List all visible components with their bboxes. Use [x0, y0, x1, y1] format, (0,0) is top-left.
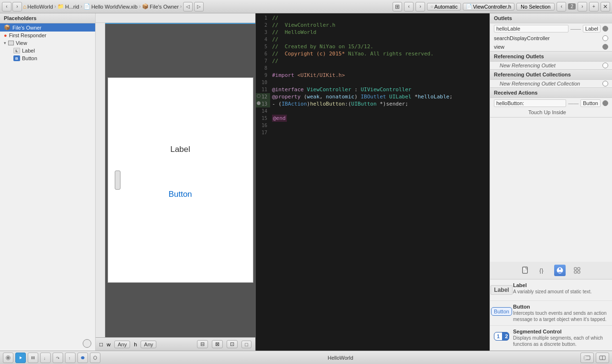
lib-item-segmented[interactable]: 1 2 Segmented Control Displays multiple … [490, 326, 612, 351]
canvas-viewport[interactable]: Label Button [105, 23, 255, 337]
firstresponder-icon: ● [4, 32, 7, 38]
action-event-label: Touch Up Inside [490, 108, 612, 117]
step-over-btn[interactable]: ↓ [40, 353, 51, 363]
grid-icon-btn[interactable] [571, 265, 583, 276]
height-any-btn[interactable]: Any [141, 341, 156, 348]
tree-item-firstresponder[interactable]: ● First Responder [0, 32, 95, 39]
assistant-toggle-btn[interactable] [596, 353, 609, 363]
fwd-btn[interactable]: › [12, 2, 22, 11]
view-icon [8, 41, 14, 45]
pause-btn[interactable] [28, 353, 38, 363]
editor-prev-btn[interactable]: ‹ [404, 2, 414, 11]
connector-line [105, 23, 255, 24]
close-tab-btn[interactable]: ✕ [601, 2, 610, 11]
editor-next-btn[interactable]: › [415, 2, 425, 11]
back-btn[interactable]: ‹ [2, 2, 11, 11]
segmented-icon: 1 2 [494, 332, 509, 341]
segmented-lib-icon: 1 2 [494, 329, 509, 344]
bottom-bar: ↓ ↷ ↑ HelloWorld [0, 351, 612, 364]
outlet-circle-search[interactable] [602, 35, 608, 41]
outlet-circle-hellolable[interactable] [602, 26, 608, 32]
ref-collections-header: Referencing Outlet Collections [490, 70, 612, 80]
grid-view-btn[interactable]: ⊞ [393, 2, 402, 11]
view-disclosure[interactable]: ▾ [4, 41, 6, 45]
outlet-circle-view[interactable] [602, 44, 608, 50]
button-icon: Button [491, 307, 512, 316]
circle-icon-btn[interactable] [554, 265, 566, 276]
left-bottom-bar [0, 336, 95, 351]
canvas-inner: Label Button [96, 23, 255, 337]
breadcrumb-xib[interactable]: 📄 Hello WorldView.xib [84, 3, 138, 10]
label-icon: Label [491, 285, 512, 295]
lib-item-label[interactable]: Label Label A variably sized amount of s… [490, 279, 612, 301]
breadcrumb-rid[interactable]: 📁 H...rid [57, 3, 79, 10]
zoom-fit-btn[interactable]: ⊡ [227, 340, 238, 348]
ref-outlets-header: Referencing Outlets [490, 52, 612, 62]
step-out-btn[interactable]: ↑ [65, 353, 76, 363]
svg-marker-17 [94, 356, 97, 360]
nav-left-btn[interactable]: ◁ [183, 2, 193, 11]
code-line-15: 15 @end [256, 115, 490, 122]
zoom-btn[interactable]: ⊠ [212, 340, 223, 348]
code-line-4: 4 // [256, 36, 490, 43]
doc-icon-btn[interactable] [520, 265, 531, 276]
scheme-selector[interactable]: ○ Automatic [427, 3, 461, 11]
resize-handle-left[interactable] [115, 171, 120, 190]
code-line-17: 17 [256, 129, 490, 136]
svg-text:↷: ↷ [56, 356, 60, 360]
svg-marker-10 [20, 356, 22, 359]
braces-icon-btn[interactable]: {} [537, 265, 548, 276]
svg-rect-19 [584, 356, 586, 360]
code-line-5: 5 // Created by NiYao on 15/3/12. [256, 43, 490, 50]
code-line-6: 6 // Copyright (c) 2015* NiYao. All righ… [256, 50, 490, 57]
breakpoint-btn[interactable] [77, 353, 88, 363]
zoom-out-btn[interactable]: □ [241, 341, 251, 348]
canvas-mode-btn[interactable]: □ [99, 341, 103, 348]
play-btn[interactable] [15, 353, 26, 363]
fit-btn[interactable]: ⊟ [197, 340, 208, 348]
action-hellobutton: helloButton: —— Button [490, 98, 612, 108]
editor-split: Label Button □ [96, 13, 490, 351]
label-lib-icon: Label [494, 282, 509, 298]
outlet-circle-newref[interactable] [602, 63, 608, 68]
tree-item-view[interactable]: ▾ View [0, 39, 95, 47]
code-line-3: 3 // HelloWorld [256, 29, 490, 36]
breadcrumb-sep1: › [55, 4, 56, 9]
tab-next-btn[interactable]: › [578, 2, 587, 11]
code-scroll[interactable]: 1 // 2 // ViewController.h 3 // HelloWor… [256, 13, 490, 351]
ruler-top [96, 13, 255, 23]
outlet-circle-newcoll[interactable] [602, 81, 608, 86]
simulate-btn[interactable] [90, 353, 100, 363]
lib-icon-toolbar: {} [490, 262, 612, 279]
run-btn[interactable] [3, 353, 13, 363]
layout-toggle-btn[interactable] [580, 353, 594, 363]
svg-point-3 [559, 268, 561, 270]
tree-item-button[interactable]: B Button [0, 54, 95, 62]
nav-right-btn[interactable]: ▷ [194, 2, 204, 11]
tree-item-label[interactable]: L Label [0, 47, 95, 54]
breadcrumb-filesowner[interactable]: 📦 File's Owner [142, 3, 179, 10]
button-lib-icon: Button [494, 304, 509, 319]
outlet-view: view [490, 43, 612, 51]
action-circle-hellobutton[interactable] [602, 100, 608, 106]
code-line-12: 12 @property (weak, nonatomic) IBOutlet … [256, 93, 490, 100]
bottom-app-label: HelloWorld [328, 355, 353, 361]
ref-outlets-section: Referencing Outlets New Referencing Outl… [490, 52, 612, 70]
width-any-btn[interactable]: Any [114, 341, 130, 348]
received-actions-header: Received Actions [490, 88, 612, 98]
canvas-label-element[interactable]: Label [170, 145, 190, 154]
file-selector[interactable]: 📄 ViewController.h [463, 3, 514, 11]
folder-icon: 📁 [57, 3, 64, 10]
breadcrumb-helloworld[interactable]: ⌂ HelloWorld [23, 3, 53, 10]
right-spacer [490, 118, 612, 262]
step-in-btn[interactable]: ↷ [53, 353, 63, 363]
canvas-button-element[interactable]: Button [168, 190, 192, 199]
code-line-1: 1 // [256, 14, 490, 21]
lib-item-button[interactable]: Button Button Intercepts touch events an… [490, 301, 612, 326]
add-object-btn[interactable] [83, 339, 91, 348]
add-tab-btn[interactable]: + [589, 2, 599, 11]
tree-item-filesowner[interactable]: 📦 File's Owner [0, 23, 95, 32]
selection-label[interactable]: No Selection [516, 3, 555, 11]
tab-prev-btn[interactable]: ‹ [557, 2, 566, 11]
svg-text:↑: ↑ [68, 356, 71, 360]
